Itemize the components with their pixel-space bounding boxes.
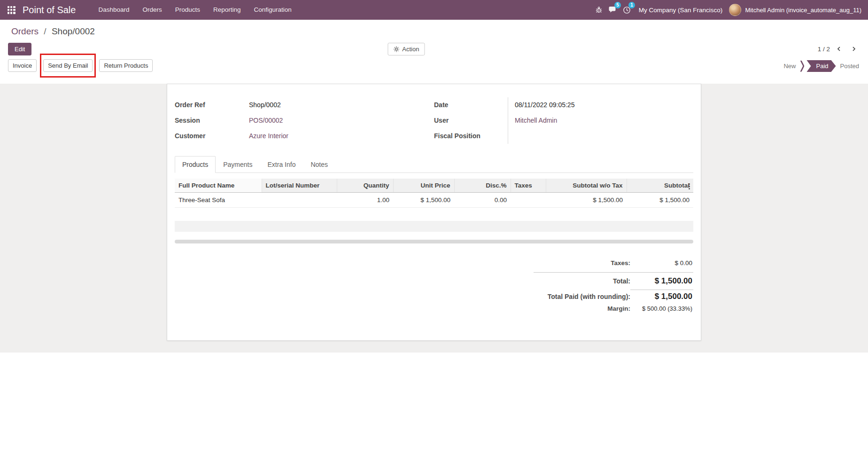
control-panel-row-1: Edit Action 1 / 2 xyxy=(0,39,868,59)
notebook: Products Payments Extra Info Notes Full … xyxy=(175,156,693,314)
col-header-unit-price[interactable]: Unit Price xyxy=(393,179,454,193)
optional-columns-toggle-icon[interactable] xyxy=(685,182,693,190)
field-date: Date 08/11/2022 09:05:25 xyxy=(434,97,693,113)
user-value-link[interactable]: Mitchell Admin xyxy=(515,113,557,128)
user-label: User xyxy=(434,113,508,128)
date-label: Date xyxy=(434,97,508,113)
tab-products[interactable]: Products xyxy=(175,156,216,173)
col-header-full-product-name[interactable]: Full Product Name xyxy=(175,179,262,193)
total-label: Total: xyxy=(613,277,630,285)
margin-label: Margin: xyxy=(607,305,630,312)
totals-taxes-row: Taxes: $ 0.00 xyxy=(534,258,693,268)
session-label: Session xyxy=(175,113,249,128)
edit-button[interactable]: Edit xyxy=(8,43,31,55)
taxes-value: $ 0.00 xyxy=(630,259,693,267)
send-by-email-wrapper: Send By Email xyxy=(43,59,93,72)
total-paid-value: $ 1,500.00 xyxy=(630,290,693,301)
cell-lot-serial[interactable] xyxy=(262,193,337,208)
col-header-subtotal[interactable]: Subtotal xyxy=(627,179,693,193)
col-header-lot-serial-number[interactable]: Lot/serial Number xyxy=(262,179,337,193)
gear-icon xyxy=(393,46,399,52)
breadcrumb-separator: / xyxy=(44,26,46,36)
customer-label: Customer xyxy=(175,128,249,144)
cell-subtotal-wo-tax[interactable]: $ 1,500.00 xyxy=(546,193,627,208)
pager-next-icon[interactable] xyxy=(848,43,860,55)
order-ref-value: Shop/0002 xyxy=(249,97,281,113)
apps-grid-icon xyxy=(8,6,16,14)
cell-taxes[interactable] xyxy=(511,193,546,208)
order-lines-table-wrap: Full Product Name Lot/serial Number Quan… xyxy=(175,179,693,243)
tab-extra-info[interactable]: Extra Info xyxy=(260,156,303,173)
status-paid-active[interactable]: Paid xyxy=(806,60,836,72)
user-menu[interactable]: Mitchell Admin (invoice_automate_aug_11) xyxy=(745,7,861,14)
breadcrumb-parent-link[interactable]: Orders xyxy=(11,26,39,36)
action-button-label: Action xyxy=(402,46,419,53)
fiscal-position-label: Fiscal Position xyxy=(434,128,508,144)
totals-margin-row: Margin: $ 500.00 (33.33%) xyxy=(534,303,693,314)
statusbar: New Paid Posted xyxy=(783,59,860,72)
main-menu: Dashboard Orders Products Reporting Conf… xyxy=(92,0,298,20)
totals-total-row: Total: $ 1,500.00 xyxy=(534,272,693,288)
cell-disc[interactable]: 0.00 xyxy=(454,193,511,208)
margin-value: $ 500.00 (33.33%) xyxy=(630,305,693,312)
menu-configuration[interactable]: Configuration xyxy=(248,0,298,20)
total-paid-label: Total Paid (with rounding): xyxy=(548,293,630,300)
menu-dashboard[interactable]: Dashboard xyxy=(92,0,136,20)
activities-clock-icon[interactable]: 1 xyxy=(620,0,634,20)
col-header-disc[interactable]: Disc.% xyxy=(454,179,511,193)
systray: 5 1 My Company (San Francisco) Mitchell … xyxy=(592,0,861,20)
table-scrollbar[interactable] xyxy=(175,240,693,243)
action-button[interactable]: Action xyxy=(388,43,425,55)
totals-total-paid-row: Total Paid (with rounding): $ 1,500.00 xyxy=(534,288,693,303)
debug-bug-icon[interactable] xyxy=(592,0,606,20)
tab-notes[interactable]: Notes xyxy=(303,156,335,173)
user-avatar[interactable] xyxy=(729,4,741,16)
pager: 1 / 2 xyxy=(818,43,860,55)
field-customer: Customer Azure Interior xyxy=(175,128,434,144)
table-header-row: Full Product Name Lot/serial Number Quan… xyxy=(175,179,693,193)
send-by-email-button[interactable]: Send By Email xyxy=(43,59,93,72)
field-fiscal-position: Fiscal Position xyxy=(434,128,693,144)
breadcrumb: Orders / Shop/0002 xyxy=(11,25,857,38)
company-switcher[interactable]: My Company (San Francisco) xyxy=(639,7,723,14)
page-footer-space xyxy=(0,353,868,455)
tab-bar: Products Payments Extra Info Notes xyxy=(175,156,693,173)
field-column-left: Order Ref Shop/0002 Session POS/00002 Cu… xyxy=(175,97,434,144)
col-header-quantity[interactable]: Quantity xyxy=(337,179,393,193)
form-view-background: Order Ref Shop/0002 Session POS/00002 Cu… xyxy=(0,84,868,353)
invoice-button[interactable]: Invoice xyxy=(8,59,37,72)
col-header-taxes[interactable]: Taxes xyxy=(511,179,546,193)
col-header-subtotal-wo-tax[interactable]: Subtotal w/o Tax xyxy=(546,179,627,193)
app-name[interactable]: Point of Sale xyxy=(23,5,76,16)
field-order-ref: Order Ref Shop/0002 xyxy=(175,97,434,113)
empty-row-stripe xyxy=(175,221,693,232)
apps-menu-button[interactable] xyxy=(0,0,23,20)
field-user: User Mitchell Admin xyxy=(434,113,693,128)
empty-row-stripe xyxy=(175,208,693,221)
top-navbar: Point of Sale Dashboard Orders Products … xyxy=(0,0,868,20)
breadcrumb-row: Orders / Shop/0002 xyxy=(0,20,868,39)
date-value: 08/11/2022 09:05:25 xyxy=(515,97,574,113)
cell-product-name[interactable]: Three-Seat Sofa xyxy=(175,193,262,208)
breadcrumb-current: Shop/0002 xyxy=(52,26,95,36)
empty-row-stripe xyxy=(175,232,693,240)
field-group: Order Ref Shop/0002 Session POS/00002 Cu… xyxy=(175,97,693,144)
status-new[interactable]: New xyxy=(783,63,796,70)
table-row[interactable]: Three-Seat Sofa 1.00 $ 1,500.00 0.00 $ 1… xyxy=(175,193,693,208)
tab-payments[interactable]: Payments xyxy=(216,156,260,173)
cell-unit-price[interactable]: $ 1,500.00 xyxy=(393,193,454,208)
session-value-link[interactable]: POS/00002 xyxy=(249,113,283,128)
activities-count-badge: 1 xyxy=(628,2,635,8)
pager-previous-icon[interactable] xyxy=(833,43,845,55)
menu-orders[interactable]: Orders xyxy=(136,0,168,20)
status-chevron-icon xyxy=(800,61,804,72)
customer-value-link[interactable]: Azure Interior xyxy=(249,128,288,144)
menu-reporting[interactable]: Reporting xyxy=(207,0,248,20)
return-products-button[interactable]: Return Products xyxy=(99,59,153,72)
menu-products[interactable]: Products xyxy=(169,0,207,20)
messages-icon[interactable]: 5 xyxy=(606,0,620,20)
status-posted[interactable]: Posted xyxy=(840,63,859,70)
cell-quantity[interactable]: 1.00 xyxy=(337,193,393,208)
field-column-right: Date 08/11/2022 09:05:25 User Mitchell A… xyxy=(434,97,693,144)
cell-subtotal[interactable]: $ 1,500.00 xyxy=(627,193,693,208)
